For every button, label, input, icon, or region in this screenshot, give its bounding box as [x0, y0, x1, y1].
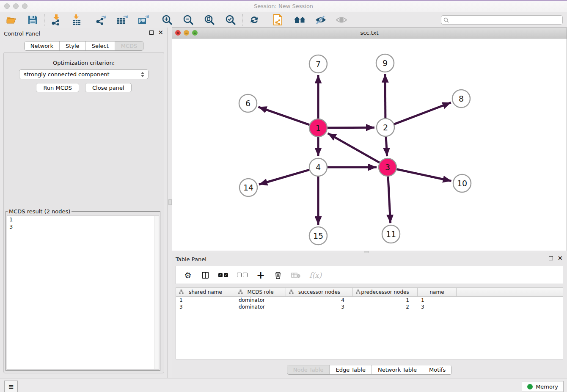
deselect-all-icon[interactable]: [237, 271, 248, 280]
optimization-criterion-label: Optimization criterion:: [4, 60, 164, 66]
graph-node-label: 1: [316, 123, 321, 133]
select-all-icon[interactable]: ✓✓: [218, 271, 228, 280]
zoom-selected-icon[interactable]: [225, 14, 236, 25]
table-tab-motifs[interactable]: Motifs: [423, 365, 451, 374]
graph-node-10[interactable]: 10: [453, 174, 471, 192]
vertical-splitter[interactable]: [168, 28, 172, 378]
table-cell-MCDS-role[interactable]: dominator: [235, 297, 286, 303]
memory-label: Memory: [536, 384, 558, 390]
open-file-icon[interactable]: [6, 14, 17, 25]
graph-edge-2-8[interactable]: [394, 102, 451, 124]
graph-node-label: 3: [385, 163, 390, 172]
import-table-icon[interactable]: [72, 14, 83, 25]
graph-edge-1-6[interactable]: [259, 107, 310, 125]
zoom-out-icon[interactable]: [183, 14, 194, 25]
graph-node-label: 14: [243, 183, 253, 192]
memory-button[interactable]: Memory: [522, 381, 564, 392]
table-cell-name[interactable]: 3: [418, 304, 457, 310]
graph-edge-1-2[interactable]: [327, 127, 374, 128]
table-cell-successor-nodes[interactable]: 4: [286, 297, 353, 303]
column-header-label: shared name: [189, 289, 222, 295]
graph-node-2[interactable]: 2: [377, 119, 394, 136]
result-scrollbar[interactable]: [154, 216, 159, 369]
graph-node-15[interactable]: 15: [309, 227, 327, 245]
first-neighbors-icon[interactable]: [294, 14, 305, 25]
tab-mcds[interactable]: MCDS: [115, 41, 143, 50]
close-panel-button[interactable]: Close panel: [85, 83, 132, 92]
control-panel-tabs: NetworkStyleSelectMCDS: [0, 41, 168, 51]
task-history-button[interactable]: ≡: [4, 381, 18, 392]
table-row[interactable]: 3dominator323: [176, 304, 563, 310]
column-header-label: MCDS role: [247, 289, 273, 295]
show-columns-icon[interactable]: [201, 271, 209, 280]
save-session-icon[interactable]: [27, 14, 38, 25]
close-panel-icon[interactable]: ✕: [158, 30, 163, 35]
table-cell-MCDS-role[interactable]: dominator: [235, 304, 286, 310]
table-cell-name[interactable]: 1: [418, 297, 457, 303]
graph-node-7[interactable]: 7: [309, 55, 327, 73]
export-image-icon[interactable]: [138, 14, 149, 25]
graph-edge-4-14[interactable]: [259, 170, 310, 185]
table-tab-edge-table[interactable]: Edge Table: [329, 365, 371, 374]
tab-style[interactable]: Style: [59, 41, 85, 50]
column-header-successor-nodes[interactable]: successor nodes: [286, 288, 353, 296]
table-cell-shared-name[interactable]: 3: [176, 304, 235, 310]
table-tab-node-table[interactable]: Node Table: [287, 365, 330, 374]
graph-node-4[interactable]: 4: [309, 158, 327, 176]
graph-node-9[interactable]: 9: [376, 54, 394, 72]
table-cell-predecessor-nodes[interactable]: 2: [353, 304, 418, 310]
splitter-grip-icon[interactable]: [168, 199, 172, 205]
network-frame-titlebar[interactable]: × − + scc.txt: [172, 28, 567, 39]
tab-network[interactable]: Network: [25, 41, 59, 50]
graph-edge-3-10[interactable]: [396, 169, 451, 181]
zoom-in-icon[interactable]: [162, 14, 173, 25]
graph-edge-2-3[interactable]: [386, 136, 387, 156]
mcds-result-line: 1: [7, 216, 159, 223]
close-table-panel-icon[interactable]: ✕: [557, 256, 563, 260]
column-header-MCDS-role[interactable]: MCDS role: [235, 288, 286, 296]
table-cell-shared-name[interactable]: 1: [176, 297, 235, 303]
table-cell-successor-nodes[interactable]: 3: [286, 304, 353, 310]
run-mcds-button[interactable]: Run MCDS: [36, 83, 79, 92]
memory-status-icon: [527, 384, 533, 389]
graph-edge-2-9[interactable]: [385, 74, 385, 119]
dropdown-arrows-icon: [139, 72, 148, 77]
graph-node-6[interactable]: 6: [239, 94, 257, 112]
apply-layout-icon[interactable]: [249, 14, 260, 25]
export-table-icon[interactable]: [117, 14, 128, 25]
graph-node-11[interactable]: 11: [382, 225, 400, 243]
table-cell-predecessor-nodes[interactable]: 1: [353, 297, 418, 303]
table-toolbar: ⚙ ✓✓ + f(x): [176, 266, 563, 284]
tab-select[interactable]: Select: [85, 41, 115, 50]
criterion-dropdown[interactable]: strongly connected component: [19, 69, 149, 79]
mcds-panel: Optimization criterion: strongly connect…: [3, 52, 164, 373]
node-table: shared nameMCDS rolesuccessor nodesprede…: [176, 287, 563, 359]
graph-edge-3-11[interactable]: [388, 176, 391, 223]
table-tab-network-table[interactable]: Network Table: [372, 365, 423, 374]
mcds-result-area[interactable]: 13: [7, 215, 159, 370]
zoom-fit-icon[interactable]: [204, 14, 215, 25]
show-all-icon: [336, 14, 347, 25]
float-table-panel-icon[interactable]: [549, 256, 553, 260]
graph-node-14[interactable]: 14: [239, 179, 257, 196]
column-header-name[interactable]: name: [418, 288, 457, 296]
column-header-predecessor-nodes[interactable]: predecessor nodes: [353, 288, 418, 296]
float-panel-icon[interactable]: [149, 30, 154, 35]
column-header-shared-name[interactable]: shared name: [176, 288, 235, 296]
graph-edge-3-1[interactable]: [328, 133, 380, 163]
graph-node-8[interactable]: 8: [452, 90, 470, 108]
table-settings-icon[interactable]: ⚙: [184, 271, 192, 280]
network-graph: 7968124314101511: [172, 39, 567, 251]
hide-selected-icon[interactable]: [315, 14, 326, 25]
add-column-icon[interactable]: +: [256, 271, 265, 280]
export-network-icon[interactable]: [96, 14, 107, 25]
graph-node-3[interactable]: 3: [379, 158, 396, 176]
import-network-icon[interactable]: [51, 14, 62, 25]
new-network-from-selection-icon[interactable]: [272, 14, 284, 25]
table-row[interactable]: 1dominator411: [176, 297, 563, 304]
delete-columns-icon[interactable]: [274, 271, 282, 280]
search-input[interactable]: [441, 15, 563, 25]
graph-node-1[interactable]: 1: [309, 119, 327, 137]
network-canvas[interactable]: 7968124314101511: [172, 39, 567, 251]
application-window: Session: New Session: [0, 0, 567, 392]
